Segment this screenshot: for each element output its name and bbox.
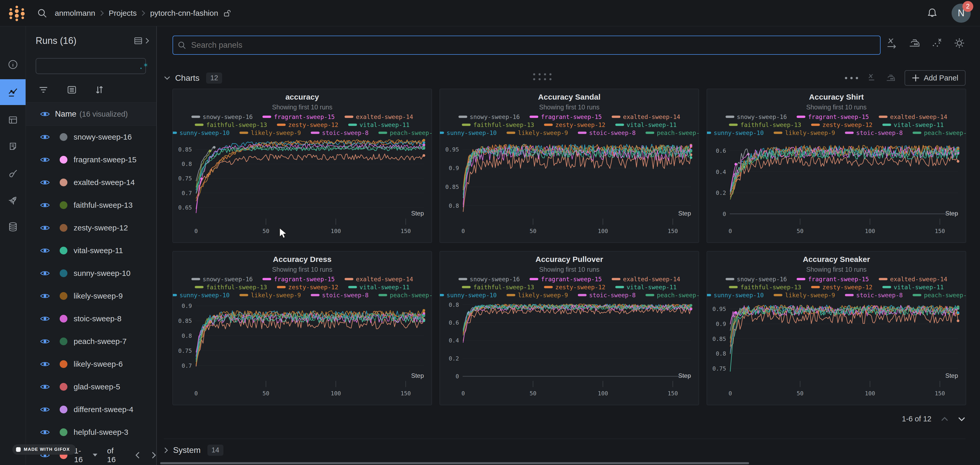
legend-item[interactable]: faithful-sweep-13 [462, 284, 534, 290]
legend-item[interactable]: vital-sweep-11 [615, 122, 677, 128]
run-row[interactable]: helpful-sweep-3 [26, 421, 156, 444]
breadcrumb-user[interactable]: anmolmann [55, 9, 95, 17]
system-section-label[interactable]: System [173, 445, 201, 455]
sort-arrows-icon[interactable] [94, 84, 105, 95]
legend-item[interactable]: fragrant-sweep-15 [797, 276, 869, 282]
section-more-options[interactable] [845, 77, 858, 79]
settings-gear-icon[interactable] [953, 37, 966, 49]
chart-canvas[interactable]: 0.80.850.90.95050100150Step [440, 135, 699, 239]
chart-panel[interactable]: Accuracy Shirt Showing first 10 runs sno… [707, 89, 966, 243]
run-name[interactable]: exalted-sweep-14 [74, 178, 135, 187]
legend-item[interactable]: stoic-sweep-8 [311, 130, 369, 136]
next-page-icon[interactable] [151, 451, 156, 459]
visibility-eye-icon[interactable] [40, 202, 50, 208]
chevron-down-icon[interactable] [164, 76, 170, 80]
legend-item[interactable]: snowy-sweep-16 [191, 276, 253, 282]
runs-search-input[interactable] [45, 62, 139, 70]
x-axis-icon[interactable] [867, 73, 877, 83]
legend-item[interactable]: fragrant-sweep-15 [262, 114, 334, 120]
rail-launch-rocket-icon[interactable] [0, 187, 25, 213]
run-name[interactable]: stoic-sweep-8 [74, 314, 121, 323]
run-name[interactable]: snowy-sweep-16 [74, 133, 132, 141]
run-name[interactable]: vital-sweep-11 [74, 246, 123, 255]
breadcrumb-projects[interactable]: Projects [109, 9, 137, 17]
regex-toggle[interactable]: .* [139, 62, 148, 71]
legend-item[interactable]: faithful-sweep-13 [729, 122, 801, 128]
legend-item[interactable]: vital-sweep-11 [882, 284, 944, 290]
run-row[interactable]: glad-sweep-5 [26, 375, 156, 398]
legend-item[interactable]: fragrant-sweep-15 [797, 114, 869, 120]
visibility-eye-icon[interactable] [40, 134, 50, 140]
run-row[interactable]: peach-sweep-7 [26, 330, 156, 353]
run-name[interactable]: fragrant-sweep-15 [74, 156, 136, 164]
legend-item[interactable]: stoic-sweep-8 [311, 292, 369, 298]
run-row[interactable]: fragrant-sweep-15 [26, 148, 156, 171]
page-down-icon[interactable] [958, 416, 966, 422]
legend-item[interactable]: zesty-sweep-12 [544, 122, 605, 128]
legend-item[interactable]: snowy-sweep-16 [458, 114, 520, 120]
rail-reports-icon[interactable] [0, 133, 25, 159]
smoothing-iron-icon[interactable] [885, 73, 896, 83]
expand-runs-table-button[interactable] [133, 36, 150, 46]
visibility-eye-icon[interactable] [40, 293, 50, 299]
legend-item[interactable]: likely-sweep-9 [774, 130, 835, 136]
legend-item[interactable]: vital-sweep-11 [615, 284, 677, 290]
legend-item[interactable]: peach-sweep-7 [913, 292, 966, 298]
rail-artifacts-database-icon[interactable] [0, 214, 25, 240]
legend-item[interactable]: peach-sweep-7 [379, 292, 432, 298]
visibility-eye-icon[interactable] [40, 338, 50, 345]
legend-item[interactable]: stoic-sweep-8 [578, 292, 636, 298]
smoothing-iron-icon[interactable] [908, 37, 921, 49]
run-name[interactable]: glad-sweep-5 [74, 382, 120, 391]
legend-item[interactable]: vital-sweep-11 [348, 284, 410, 290]
section-drag-handle[interactable] [533, 73, 552, 80]
rail-sweeps-broom-icon[interactable] [0, 161, 25, 187]
run-name[interactable]: sunny-sweep-10 [74, 269, 130, 278]
visibility-eye-icon[interactable] [40, 429, 50, 436]
panel-search-input[interactable] [191, 40, 876, 50]
legend-item[interactable]: peach-sweep-7 [913, 130, 966, 136]
chevron-right-icon[interactable] [164, 447, 169, 454]
legend-item[interactable]: faithful-sweep-13 [195, 284, 267, 290]
run-row[interactable]: likely-sweep-6 [26, 353, 156, 375]
legend-item[interactable]: stoic-sweep-8 [578, 130, 636, 136]
run-row[interactable]: snowy-sweep-16 [26, 126, 156, 148]
add-panel-button[interactable]: Add Panel [905, 70, 966, 86]
group-list-icon[interactable] [66, 84, 78, 95]
run-row[interactable]: likely-sweep-9 [26, 285, 156, 307]
legend-item[interactable]: stoic-sweep-8 [845, 292, 903, 298]
outliers-icon[interactable] [931, 37, 943, 49]
run-name[interactable]: faithful-sweep-13 [74, 201, 132, 209]
wandb-logo-icon[interactable] [8, 4, 26, 22]
page-range-select[interactable]: 1-16 [74, 446, 89, 464]
page-up-icon[interactable] [941, 416, 948, 422]
legend-item[interactable]: fragrant-sweep-15 [530, 114, 601, 120]
legend-item[interactable]: exalted-sweep-14 [612, 276, 680, 282]
legend-item[interactable]: snowy-sweep-16 [458, 276, 520, 282]
rail-runs-table-icon[interactable] [0, 107, 25, 133]
runs-name-header[interactable]: Name (16 visualized) [26, 103, 156, 126]
legend-item[interactable]: peach-sweep-7 [646, 292, 699, 298]
rail-info-icon[interactable] [0, 52, 25, 78]
legend-item[interactable]: zesty-sweep-12 [277, 284, 338, 290]
run-row[interactable]: faithful-sweep-13 [26, 194, 156, 216]
visibility-eye-icon[interactable] [40, 224, 50, 231]
chart-canvas[interactable]: 0.70.750.80.850.9050100150Step [173, 298, 432, 401]
visibility-eye-icon[interactable] [40, 406, 50, 413]
legend-item[interactable]: faithful-sweep-13 [729, 284, 801, 290]
run-name[interactable]: different-sweep-4 [74, 405, 133, 414]
run-name[interactable]: likely-sweep-6 [74, 360, 123, 368]
legend-item[interactable]: peach-sweep-7 [379, 130, 432, 136]
legend-item[interactable]: peach-sweep-7 [646, 130, 699, 136]
legend-item[interactable]: sunny-sweep-10 [707, 130, 764, 136]
legend-item[interactable]: exalted-sweep-14 [879, 276, 947, 282]
run-row[interactable]: vital-sweep-11 [26, 239, 156, 262]
legend-item[interactable]: snowy-sweep-16 [725, 276, 787, 282]
chart-panel[interactable]: Accuracy Dress Showing first 10 runs sno… [173, 251, 432, 405]
global-search-icon[interactable] [37, 8, 48, 19]
legend-item[interactable]: likely-sweep-9 [239, 130, 301, 136]
run-name[interactable]: peach-sweep-7 [74, 337, 127, 346]
notifications-bell-icon[interactable] [926, 7, 938, 19]
run-name[interactable]: likely-sweep-9 [74, 292, 123, 300]
legend-item[interactable]: sunny-sweep-10 [173, 130, 230, 136]
